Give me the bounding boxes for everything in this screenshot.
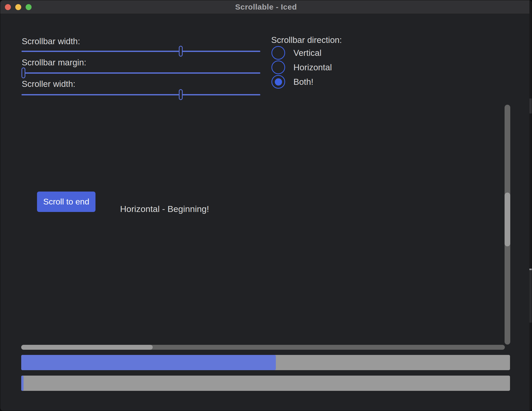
horizontal-scrollbar-track[interactable] — [21, 345, 505, 350]
slider-label-scroller-width: Scroller width: — [22, 79, 75, 89]
close-icon[interactable] — [5, 4, 11, 10]
radio-option-horizontal[interactable]: Horizontal — [271, 60, 332, 74]
vertical-scrollbar-thumb[interactable] — [505, 193, 510, 247]
radio-group-label: Scrollbar direction: — [271, 35, 342, 45]
slider-label-scrollbar-width: Scrollbar width: — [22, 37, 80, 46]
window-right-edge — [529, 0, 532, 411]
scrollbar-margin-slider[interactable] — [21, 72, 260, 74]
radio-label: Vertical — [293, 48, 321, 58]
edge-segment — [529, 270, 532, 323]
slider-handle[interactable] — [21, 67, 25, 78]
radio-option-both[interactable]: Both! — [271, 75, 313, 89]
slider-label-scrollbar-margin: Scrollbar margin: — [22, 58, 86, 67]
radio-circle-icon — [271, 75, 285, 89]
horizontal-scrollbar-thumb[interactable] — [21, 345, 153, 350]
vertical-scrollbar-track[interactable] — [505, 105, 510, 345]
radio-circle-icon — [271, 60, 285, 74]
scroll-to-end-button[interactable]: Scroll to end — [37, 192, 95, 212]
progress-fill — [21, 355, 276, 370]
scroller-width-slider[interactable] — [21, 94, 260, 95]
zoom-icon[interactable] — [26, 4, 32, 10]
horizontal-progress-bar — [21, 355, 510, 370]
radio-option-vertical[interactable]: Vertical — [271, 46, 321, 60]
radio-dot-icon — [275, 78, 282, 86]
scroll-status-text: Horizontal - Beginning! — [120, 204, 209, 214]
radio-label: Both! — [293, 77, 313, 87]
slider-handle[interactable] — [179, 89, 183, 100]
scrollbar-width-slider[interactable] — [21, 51, 260, 52]
vertical-progress-bar — [21, 376, 510, 391]
window-title: Scrollable - Iced — [235, 3, 297, 11]
titlebar: Scrollable - Iced — [0, 0, 532, 14]
slider-handle[interactable] — [179, 46, 183, 57]
edge-segment — [529, 98, 532, 113]
radio-label: Horizontal — [293, 63, 332, 72]
progress-fill — [21, 376, 24, 391]
radio-circle-icon — [271, 46, 285, 60]
minimize-icon[interactable] — [15, 4, 21, 10]
traffic-lights — [5, 0, 32, 14]
app-window: Scrollable - Iced Scrollbar width: Scrol… — [0, 0, 532, 411]
